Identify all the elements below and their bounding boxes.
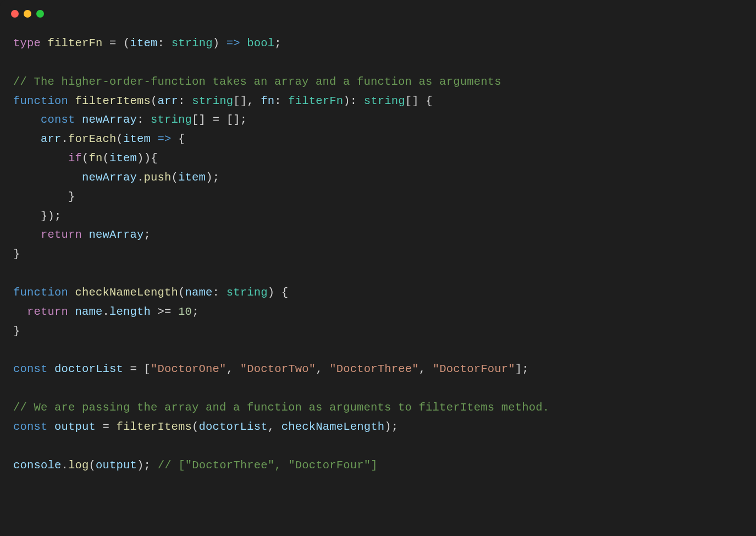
type-string: string xyxy=(172,37,213,50)
fn-forEach: forEach xyxy=(68,133,117,145)
number-literal: 10 xyxy=(178,305,192,318)
code-line: } xyxy=(13,190,75,203)
keyword-type: type xyxy=(13,37,41,50)
string-literal: "DoctorThree" xyxy=(329,363,419,375)
code-line: }); xyxy=(13,210,62,222)
code-line: function filterItems(arr: string[], fn: … xyxy=(13,95,433,107)
comment: // ["DoctorThree", "DoctorFour"] xyxy=(158,459,378,472)
window-titlebar xyxy=(0,0,756,23)
keyword-const: const xyxy=(13,420,48,433)
maximize-icon[interactable] xyxy=(36,10,44,18)
code-line: const doctorList = ["DoctorOne", "Doctor… xyxy=(13,363,529,375)
type-filterFn: filterFn xyxy=(288,95,343,107)
param-name: name xyxy=(185,286,213,299)
close-icon[interactable] xyxy=(11,10,19,18)
keyword-return: return xyxy=(41,228,82,241)
code-line: return newArray; xyxy=(13,228,151,241)
code-line: type filterFn = (item: string) => bool; xyxy=(13,37,282,50)
code-line: function checkNameLength(name: string) { xyxy=(13,286,288,299)
param-fn: fn xyxy=(261,95,274,107)
keyword-const: const xyxy=(13,363,48,375)
code-line: arr.forEach(item => { xyxy=(13,133,185,145)
string-literal: "DoctorTwo" xyxy=(240,363,316,375)
minimize-icon[interactable] xyxy=(24,10,31,18)
keyword-return: return xyxy=(27,305,68,318)
code-line: if(fn(item)){ xyxy=(13,152,158,165)
keyword-function: function xyxy=(13,95,68,107)
fn-push: push xyxy=(144,171,172,184)
comment: // The higher-order-function takes an ar… xyxy=(13,75,501,88)
type-bool: bool xyxy=(247,37,274,50)
code-editor[interactable]: type filterFn = (item: string) => bool; … xyxy=(0,23,756,486)
var-output: output xyxy=(54,420,96,433)
var-doctorList: doctorList xyxy=(54,363,123,375)
keyword-function: function xyxy=(13,286,68,299)
code-line: const output = filterItems(doctorList, c… xyxy=(13,420,398,433)
code-line: console.log(output); // ["DoctorThree", … xyxy=(13,459,378,472)
string-literal: "DoctorFour" xyxy=(433,363,515,375)
code-line: return name.length >= 10; xyxy=(13,305,199,318)
keyword-if: if xyxy=(68,152,82,165)
code-line: } xyxy=(13,248,20,260)
param-item: item xyxy=(130,37,158,50)
string-literal: "DoctorOne" xyxy=(151,363,227,375)
fn-log: log xyxy=(68,459,89,472)
fn-checkNameLength: checkNameLength xyxy=(75,286,179,299)
code-line: } xyxy=(13,325,20,337)
fn-filterItems: filterItems xyxy=(75,95,151,107)
type-alias-name: filterFn xyxy=(48,37,103,50)
code-window: type filterFn = (item: string) => bool; … xyxy=(0,0,756,536)
param-arr: arr xyxy=(158,95,179,107)
var-newArray: newArray xyxy=(82,113,137,126)
keyword-const: const xyxy=(41,113,75,126)
code-line: const newArray: string[] = []; xyxy=(13,113,247,126)
code-line: newArray.push(item); xyxy=(13,171,219,184)
comment: // We are passing the array and a functi… xyxy=(13,401,549,414)
obj-console: console xyxy=(13,459,62,472)
prop-length: length xyxy=(109,305,151,318)
